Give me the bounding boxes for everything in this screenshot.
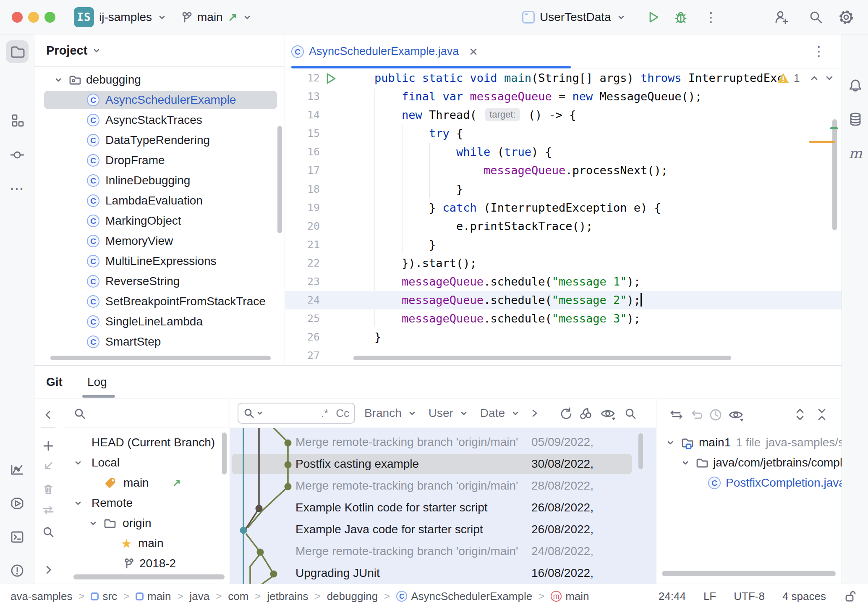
code-line-23[interactable]: 23 messageQueue.schedule("message 1"); <box>285 273 842 291</box>
next-warning-button[interactable] <box>824 73 835 84</box>
warning-stripe-mark[interactable] <box>809 141 835 143</box>
breadcrumb-item-debugging[interactable]: debugging <box>327 590 378 603</box>
search-branch-icon[interactable] <box>42 525 55 539</box>
collapse-panel-icon[interactable] <box>42 408 55 422</box>
branch-widget[interactable]: main ↗ <box>180 0 252 34</box>
line-number[interactable]: 12 <box>285 69 320 87</box>
expand-all-icon[interactable] <box>793 407 807 422</box>
line-number[interactable]: 16 <box>285 143 320 161</box>
code-line-22[interactable]: 22 }).start(); <box>285 254 842 273</box>
indent-info[interactable]: 4 spaces <box>782 590 826 603</box>
tree-item-MultiLineExpressions[interactable]: MultiLineExpressions <box>34 252 285 270</box>
commit-row[interactable]: Upgrading JUnit16/08/2022, <box>232 563 632 583</box>
match-case-toggle[interactable]: Cc <box>336 407 349 420</box>
code-line-12[interactable]: 12 public static void main(String[] args… <box>285 69 842 87</box>
debug-button[interactable] <box>673 10 688 25</box>
code-line-21[interactable]: 21 } <box>285 236 842 254</box>
line-separator[interactable]: LF <box>703 590 716 603</box>
go-to-hash-search-icon[interactable] <box>624 407 637 420</box>
code-line-26[interactable]: 26 } <box>285 328 842 346</box>
profiler-tool-button[interactable] <box>6 459 29 481</box>
commit-row[interactable]: Postfix casting example30/08/2022, <box>232 454 632 474</box>
line-number[interactable]: 20 <box>285 217 320 236</box>
log-search-field[interactable]: .* Cc <box>238 403 355 424</box>
line-number[interactable]: 26 <box>285 328 320 346</box>
previous-warning-button[interactable] <box>809 73 820 84</box>
branch-item-2018-2[interactable]: 2018-2 <box>62 553 230 574</box>
branch-item-local-main[interactable]: main ↗ <box>62 473 230 493</box>
expand-panel-icon[interactable] <box>42 563 55 577</box>
commit-row[interactable]: Example Kotlin code for starter script26… <box>232 498 632 518</box>
tree-item-InlineDebugging[interactable]: InlineDebugging <box>34 171 285 190</box>
tree-item-LambdaEvaluation[interactable]: LambdaEvaluation <box>34 191 285 210</box>
rollback-icon[interactable] <box>689 408 703 422</box>
preview-eye-icon[interactable] <box>728 409 744 422</box>
changed-file-row[interactable]: PostfixCompletion.java <box>656 473 842 493</box>
commit-row[interactable]: Merge remote-tracking branch 'origin/mai… <box>232 476 632 496</box>
branches-horizontal-scrollbar[interactable] <box>73 574 225 579</box>
code-line-13[interactable]: 13 final var messageQueue = new MessageQ… <box>285 87 842 106</box>
project-tool-button[interactable] <box>6 40 29 63</box>
close-window-button[interactable] <box>12 12 23 23</box>
cherry-pick-icon[interactable] <box>578 406 593 421</box>
branch-group-remote[interactable]: Remote <box>62 493 230 513</box>
add-user-icon[interactable] <box>773 9 789 25</box>
problems-tool-button[interactable] <box>6 559 29 582</box>
unlocked-lock-icon[interactable] <box>844 589 857 603</box>
code-line-25[interactable]: 25 messageQueue.schedule("message 3"); <box>285 309 842 328</box>
code-editor-area[interactable]: 12 public static void main(String[] args… <box>285 68 842 365</box>
editor-vertical-scrollbar[interactable] <box>832 119 837 230</box>
code-line-24[interactable]: 24 messageQueue.schedule("message 2"); <box>285 291 842 309</box>
line-number[interactable]: 22 <box>285 254 320 273</box>
branches-search-row[interactable] <box>62 399 230 427</box>
close-tab-icon[interactable] <box>468 46 479 57</box>
tree-item-root[interactable]: debugging <box>34 71 285 89</box>
branch-item-origin-main[interactable]: ★ main <box>62 533 230 553</box>
editor-tab[interactable]: AsyncSchedulerExample.java <box>291 34 479 68</box>
inspection-widget[interactable]: 1 <box>777 70 835 86</box>
delete-icon[interactable] <box>42 482 55 496</box>
project-panel-header[interactable]: Project <box>34 34 285 67</box>
settings-gear-icon[interactable] <box>838 9 855 26</box>
compare-icon[interactable] <box>42 503 55 517</box>
new-branch-icon[interactable] <box>42 439 55 453</box>
collapse-all-icon[interactable] <box>815 407 829 422</box>
minimize-window-button[interactable] <box>28 12 39 23</box>
project-widget[interactable]: IS ij-samples <box>74 0 167 34</box>
breadcrumb-item-main[interactable]: main <box>136 590 171 603</box>
run-configuration-widget[interactable]: UserTestData <box>522 0 626 34</box>
line-number[interactable]: 25 <box>285 309 320 328</box>
code-line-19[interactable]: 19 } catch (InterruptedException e) { <box>285 199 842 217</box>
breadcrumb-item-src[interactable]: src <box>91 590 117 603</box>
regex-toggle[interactable]: .* <box>321 407 328 420</box>
commit-tool-button[interactable] <box>6 144 29 166</box>
changed-root-row[interactable]: main1 1 file java-samples/sr <box>656 432 842 453</box>
notifications-button[interactable] <box>847 78 864 94</box>
line-number[interactable]: 14 <box>285 106 320 124</box>
breadcrumb-item-ava-samples[interactable]: ava-samples <box>10 590 72 603</box>
code-line-15[interactable]: 15 try { <box>285 124 842 143</box>
more-filters-chevron[interactable] <box>529 407 541 419</box>
commit-row[interactable]: Merge remote-tracking branch 'origin/mai… <box>232 541 632 561</box>
commit-list-vertical-scrollbar[interactable] <box>638 433 643 469</box>
line-number[interactable]: 13 <box>285 87 320 106</box>
breadcrumb-item-java[interactable]: java <box>189 590 209 603</box>
maven-button[interactable] <box>847 145 864 162</box>
more-tool-windows-button[interactable]: ⋯ <box>6 177 29 200</box>
project-vertical-scrollbar[interactable] <box>277 126 282 233</box>
run-button[interactable] <box>646 10 661 24</box>
line-number[interactable]: 21 <box>285 236 320 254</box>
checkout-icon[interactable] <box>42 459 55 473</box>
zoom-window-button[interactable] <box>44 12 55 23</box>
line-number[interactable]: 15 <box>285 124 320 143</box>
line-number[interactable]: 24 <box>285 291 320 309</box>
code-line-18[interactable]: 18 } <box>285 180 842 199</box>
tree-item-MemoryView[interactable]: MemoryView <box>34 232 285 250</box>
line-number[interactable]: 23 <box>285 273 320 291</box>
swap-branches-icon[interactable] <box>669 408 683 422</box>
commit-row[interactable]: Merge remote-tracking branch 'origin/mai… <box>232 432 632 452</box>
code-line-17[interactable]: 17 messageQueue.processNext(); <box>285 161 842 180</box>
branch-group-origin[interactable]: origin <box>62 513 230 533</box>
tree-item-AsyncSchedulerExample[interactable]: AsyncSchedulerExample <box>34 91 285 109</box>
code-line-14[interactable]: 14 new Thread( target: () -> { <box>285 106 842 124</box>
